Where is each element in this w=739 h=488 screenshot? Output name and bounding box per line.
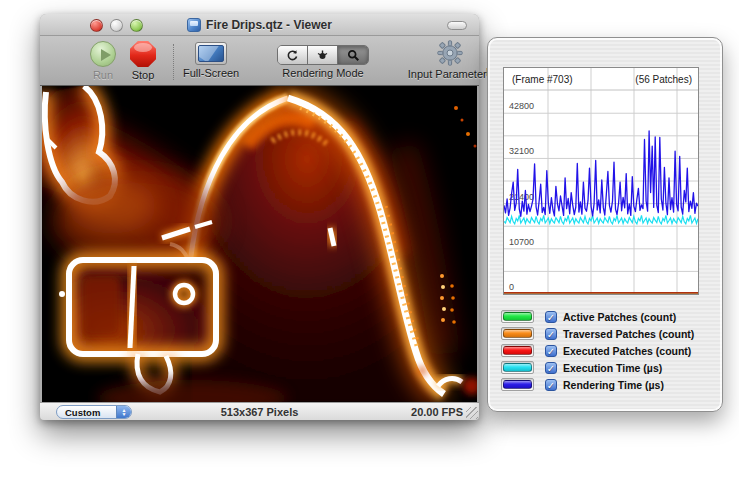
magnifier-icon (347, 49, 360, 62)
legend-color-swatch (503, 329, 532, 338)
stats-chart: 428003210021400107000 (Frame #703) (56 P… (503, 67, 699, 295)
legend-color-swatch (503, 380, 532, 389)
legend-row: ✓Traversed Patches (count) (501, 325, 714, 342)
fire-artwork (42, 86, 477, 402)
legend-checkbox[interactable]: ✓ (545, 345, 557, 357)
run-label: Run (93, 69, 113, 81)
fps-text: 20.00 FPS (411, 406, 463, 418)
patch-counter: (56 Patches) (635, 74, 692, 85)
input-parameters-label: Input Parameters (408, 68, 492, 80)
input-parameters-button[interactable]: Input Parameters (404, 40, 496, 80)
legend-label: Traversed Patches (count) (563, 328, 694, 340)
segment-sprite[interactable] (308, 46, 338, 64)
legend-row: ✓Execution Time (µs) (501, 359, 714, 376)
toolbar-separator (173, 44, 174, 80)
frame-counter: (Frame #703) (512, 74, 573, 85)
fullscreen-button[interactable]: Full-Screen (183, 42, 239, 79)
toolbar-toggle-button[interactable] (447, 21, 467, 30)
document-icon (187, 18, 201, 32)
legend-color-well (501, 344, 534, 357)
fullscreen-icon (195, 42, 227, 65)
segment-refresh[interactable] (278, 46, 308, 64)
resize-grip[interactable] (466, 407, 478, 419)
toolbar: Run Stop Full-Screen (40, 36, 479, 86)
segment-magnify[interactable] (338, 46, 368, 64)
viewer-canvas (42, 86, 477, 402)
refresh-icon (286, 49, 299, 62)
legend-color-well (501, 378, 534, 391)
title-bar[interactable]: Fire Drips.qtz - Viewer (40, 14, 479, 36)
stop-button[interactable]: Stop (130, 41, 156, 81)
stats-legend: ✓Active Patches (count)✓Traversed Patche… (501, 308, 714, 393)
legend-checkbox[interactable]: ✓ (545, 311, 557, 323)
window-title-area: Fire Drips.qtz - Viewer (40, 14, 479, 36)
chart-header: (Frame #703) (56 Patches) (504, 68, 698, 90)
status-bar: Custom ▲▼ 513x367 Pixels 20.00 FPS (40, 402, 479, 420)
fullscreen-label: Full-Screen (183, 67, 239, 79)
stop-icon (130, 41, 156, 67)
legend-checkbox[interactable]: ✓ (545, 328, 557, 340)
chart-plot (504, 68, 698, 294)
rendering-mode-label: Rendering Mode (282, 67, 363, 79)
window-title: Fire Drips.qtz - Viewer (206, 18, 332, 32)
legend-row: ✓Active Patches (count) (501, 308, 714, 325)
run-button[interactable]: Run (90, 41, 116, 81)
rendering-mode-control: Rendering Mode (277, 45, 369, 79)
legend-color-well (501, 361, 534, 374)
legend-checkbox[interactable]: ✓ (545, 379, 557, 391)
legend-checkbox[interactable]: ✓ (545, 362, 557, 374)
legend-row: ✓Rendering Time (µs) (501, 376, 714, 393)
legend-color-well (501, 310, 534, 323)
legend-color-swatch (503, 346, 532, 355)
legend-color-well (501, 327, 534, 340)
sprite-icon (316, 49, 329, 62)
legend-label: Execution Time (µs) (563, 362, 662, 374)
legend-label: Active Patches (count) (563, 311, 676, 323)
stats-panel: 428003210021400107000 (Frame #703) (56 P… (487, 37, 723, 412)
legend-color-swatch (503, 363, 532, 372)
legend-label: Executed Patches (count) (563, 345, 691, 357)
run-icon (90, 41, 116, 67)
stop-label: Stop (132, 69, 155, 81)
viewer-window: Fire Drips.qtz - Viewer Run Stop Full-Sc… (40, 14, 479, 420)
legend-label: Rendering Time (µs) (563, 379, 664, 391)
rendering-mode-segments (277, 45, 369, 65)
gear-icon (437, 40, 463, 66)
legend-color-swatch (503, 312, 532, 321)
legend-row: ✓Executed Patches (count) (501, 342, 714, 359)
